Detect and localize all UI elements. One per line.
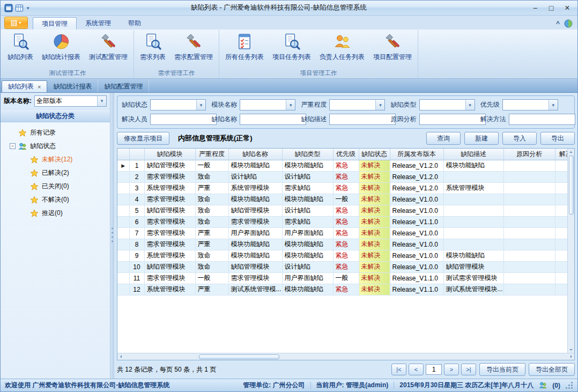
grid-cell[interactable]: 模块功能缺陷	[228, 239, 282, 250]
grid-column-header[interactable]: 缺陷状态	[359, 149, 390, 160]
grid-cell[interactable]: 未解决	[359, 261, 390, 272]
grid-cell[interactable]: 致命	[195, 250, 228, 261]
modify-display-items-button[interactable]: 修改显示项目	[117, 132, 169, 145]
chevron-down-icon[interactable]: ▾	[465, 100, 475, 110]
horizontal-scrollbar-thumb[interactable]	[199, 354, 279, 359]
grid-cell[interactable]: 紧急	[333, 284, 359, 295]
grid-window-icon[interactable]	[15, 4, 24, 12]
grid-cell[interactable]: 测试系统管理模块...	[443, 284, 503, 295]
grid-cell[interactable]	[503, 182, 555, 194]
document-tab[interactable]: 缺陷列表×	[2, 80, 47, 92]
export-all-pages-button[interactable]: 导出全部页	[529, 363, 575, 376]
app-menu-button[interactable]: ▾	[4, 17, 28, 29]
grid-cell[interactable]: 未解决	[359, 227, 390, 239]
grid-cell[interactable]: 紧急	[333, 239, 359, 250]
grid-column-header[interactable]: 优先级	[333, 149, 359, 160]
filter-select[interactable]: ▾	[419, 99, 475, 110]
grid-cell[interactable]: 紧急	[333, 261, 359, 272]
grid-cell[interactable]: 模块功能缺陷	[282, 160, 333, 171]
grid-cell[interactable]: 一般	[333, 194, 359, 205]
grid-cell[interactable]: 模块功能缺陷	[282, 284, 333, 295]
grid-cell[interactable]: 一般	[195, 160, 228, 171]
grid-cell[interactable]: Release_V1.0.0	[390, 205, 443, 216]
row-selector-cell[interactable]	[117, 171, 129, 182]
filter-input[interactable]	[419, 114, 486, 125]
ribbon-button[interactable]: 所有任务列表	[221, 31, 268, 62]
grid-cell[interactable]: 需求管理模块	[144, 171, 195, 182]
grid-cell[interactable]: 未解决	[359, 160, 390, 171]
row-number-cell[interactable]: 6	[129, 216, 144, 227]
ribbon-button[interactable]: 需求列表	[136, 31, 170, 62]
table-row[interactable]: 2需求管理模块致命设计缺陷设计缺陷紧急未解决Release_V1.2.0	[117, 171, 574, 182]
tree-item[interactable]: −缺陷状态	[1, 139, 110, 153]
grid-cell[interactable]: Release_V1.0.0	[390, 194, 443, 205]
app-icon[interactable]	[4, 4, 13, 12]
grid-cell[interactable]: 未解决	[359, 272, 390, 284]
table-row[interactable]: 3系统管理模块严重系统管理模块需求缺陷紧急未解决Release_V1.2.0系统…	[117, 182, 574, 194]
filter-input[interactable]	[509, 114, 575, 125]
new-button[interactable]: 新建	[464, 132, 499, 145]
ribbon-button[interactable]: 项目任务列表	[268, 31, 315, 62]
document-tab[interactable]: 缺陷配置管理	[98, 80, 149, 92]
grid-column-header[interactable]: 缺陷名称	[228, 149, 282, 160]
filter-input[interactable]	[329, 114, 396, 125]
grid-cell[interactable]: 设计缺陷	[282, 171, 333, 182]
grid-cell[interactable]: 设计缺陷	[228, 171, 282, 182]
row-selector-cell[interactable]	[117, 205, 129, 216]
grid-cell[interactable]: 系统管理模块	[443, 182, 503, 194]
grid-cell[interactable]: 需求管理模块	[144, 194, 195, 205]
tree-item[interactable]: 未解决(12)	[1, 153, 110, 166]
grid-column-header[interactable]: 原因分析	[503, 149, 555, 160]
filter-select[interactable]: ▾	[150, 99, 206, 110]
grid-cell[interactable]	[503, 171, 555, 182]
table-row[interactable]: 5缺陷管理模块致命缺陷管理模块设计缺陷紧急未解决Release_V1.0.0	[117, 205, 574, 216]
table-row[interactable]: 7需求管理模块严重用户界面缺陷用户界面缺陷紧急未解决Release_V1.0.0	[117, 227, 574, 239]
ribbon-tab[interactable]: 系统管理	[77, 17, 120, 29]
grid-cell[interactable]: 测试系统管理模...	[228, 284, 282, 295]
grid-cell[interactable]: 缺陷管理模块	[144, 261, 195, 272]
last-page-button[interactable]: >|	[461, 364, 476, 375]
chevron-down-icon[interactable]: ▾	[549, 100, 558, 110]
grid-cell[interactable]	[503, 216, 555, 227]
ribbon-button[interactable]: 负责人任务列表	[315, 31, 369, 62]
row-selector-cell[interactable]	[117, 284, 129, 295]
row-number-cell[interactable]: 2	[129, 171, 144, 182]
table-row[interactable]: 12系统管理模块严重测试系统管理模...模块功能缺陷紧急未解决Release_V…	[117, 284, 574, 295]
query-button[interactable]: 查询	[426, 132, 461, 145]
grid-cell[interactable]: 模块功能缺陷	[443, 160, 503, 171]
export-current-page-button[interactable]: 导出当前页	[479, 363, 525, 376]
grid-cell[interactable]: 模块功能缺陷	[228, 250, 282, 261]
grid-cell[interactable]: 需求管理模块	[228, 272, 282, 284]
grid-cell[interactable]: 模块功能缺陷	[282, 194, 333, 205]
ribbon-button[interactable]: 缺陷统计报表	[38, 31, 85, 62]
row-number-cell[interactable]: 12	[129, 284, 144, 295]
grid-cell[interactable]: 严重	[195, 227, 228, 239]
grid-cell[interactable]: 缺陷管理模块	[228, 261, 282, 272]
grid-cell[interactable]: 系统管理模块	[228, 182, 282, 194]
tree-item[interactable]: 已解决(2)	[1, 166, 110, 180]
row-number-cell[interactable]: 1	[129, 160, 144, 171]
grid-cell[interactable]	[503, 205, 555, 216]
row-number-cell[interactable]: 7	[129, 227, 144, 239]
grid-cell[interactable]	[503, 227, 555, 239]
grid-cell[interactable]: 紧急	[333, 216, 359, 227]
grid-column-header[interactable]: 缺陷描述	[443, 149, 503, 160]
grid-cell[interactable]: 模块功能缺陷	[282, 239, 333, 250]
grid-cell[interactable]: 模块功能缺陷	[282, 250, 333, 261]
help-icon[interactable]	[564, 19, 573, 28]
row-number-cell[interactable]: 3	[129, 182, 144, 194]
row-number-cell[interactable]: 8	[129, 239, 144, 250]
resize-grip[interactable]	[566, 382, 573, 389]
row-number-cell[interactable]: 10	[129, 261, 144, 272]
grid-cell[interactable]: 需求管理模块	[144, 216, 195, 227]
document-tab[interactable]: 缺陷统计报表	[47, 80, 98, 92]
chevron-down-icon[interactable]: ▾	[196, 100, 205, 110]
grid-cell[interactable]: 未解决	[359, 194, 390, 205]
grid-cell[interactable]: 严重	[195, 284, 228, 295]
grid-cell[interactable]: 未解决	[359, 216, 390, 227]
filter-select[interactable]: ▾	[502, 99, 558, 110]
grid-cell[interactable]: 紧急	[333, 205, 359, 216]
tree-item[interactable]: 所有记录	[1, 126, 110, 139]
first-page-button[interactable]: |<	[391, 364, 406, 375]
grid-cell[interactable]: 未解决	[359, 205, 390, 216]
